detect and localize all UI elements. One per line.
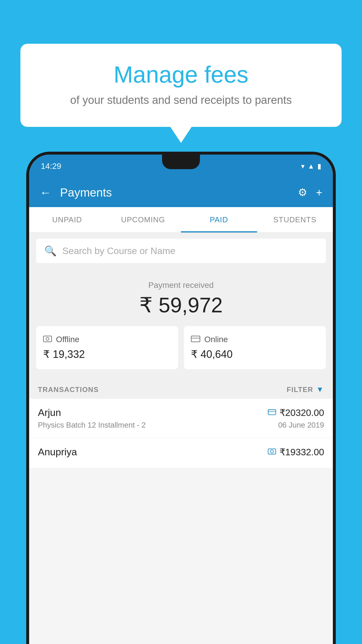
settings-button[interactable]: ⚙ [298,186,307,199]
status-icons: ▾ ▲ ▮ [301,162,321,170]
svg-point-7 [270,450,273,453]
app-bar: ← Payments ⚙ + [29,178,333,207]
transaction-item[interactable]: Anupriya ₹19332.00 [29,438,333,468]
cash-icon [43,335,52,344]
filter-icon: ▼ [316,385,324,394]
search-placeholder: Search by Course or Name [62,246,175,256]
app-bar-title: Payments [60,186,289,199]
cash-payment-icon [268,447,276,456]
payment-total-amount: ₹ 59,972 [36,293,326,317]
transaction-desc: Physics Batch 12 Installment - 2 [38,421,146,430]
svg-point-1 [46,337,49,340]
battery-icon: ▮ [317,162,321,170]
phone-inner: 14:29 ▾ ▲ ▮ ← Payments ⚙ + UNPAID UPCOMI… [29,155,333,644]
phone-mockup: 14:29 ▾ ▲ ▮ ← Payments ⚙ + UNPAID UPCOMI… [26,152,336,644]
transaction-amount-row: ₹20320.00 [268,407,324,418]
search-icon: 🔍 [44,245,57,257]
status-bar: 14:29 ▾ ▲ ▮ [29,155,333,178]
bubble-title: Manage fees [44,61,318,88]
svg-rect-3 [191,337,200,339]
transaction-date: 06 June 2019 [278,421,324,430]
card-payment-icon [268,408,276,417]
svg-rect-0 [43,336,52,342]
transaction-amount: ₹19332.00 [280,447,324,458]
online-payment-card: Online ₹ 40,640 [184,326,326,369]
offline-amount: ₹ 19,332 [43,348,171,360]
status-time: 14:29 [41,162,61,171]
speech-bubble: Manage fees of your students and send re… [20,44,342,127]
transaction-row1: Arjun ₹20320.00 [38,407,324,418]
transaction-amount-row: ₹19332.00 [268,447,324,458]
back-button[interactable]: ← [40,186,51,199]
tabs-container: UNPAID UPCOMING PAID STUDENTS [29,207,333,233]
online-amount: ₹ 40,640 [191,348,319,360]
bubble-subtitle: of your students and send receipts to pa… [44,94,318,106]
card-icon [191,335,200,344]
offline-payment-card: Offline ₹ 19,332 [36,326,178,369]
payment-summary: Payment received ₹ 59,972 [29,269,333,378]
tab-students[interactable]: STUDENTS [257,207,333,232]
svg-rect-5 [268,411,276,412]
transaction-row2: Physics Batch 12 Installment - 2 06 June… [38,421,324,430]
transaction-row1: Anupriya ₹19332.00 [38,446,324,458]
phone-notch [162,155,200,169]
online-label: Online [204,335,228,344]
offline-card-header: Offline [43,335,171,344]
signal-icon: ▲ [307,162,314,170]
transactions-label: TRANSACTIONS [38,386,99,394]
payment-received-label: Payment received [36,281,326,290]
tab-upcoming[interactable]: UPCOMING [105,207,181,232]
filter-button[interactable]: FILTER ▼ [287,385,324,394]
add-button[interactable]: + [316,186,322,199]
filter-label: FILTER [287,386,313,394]
offline-label: Offline [56,335,79,344]
transaction-name: Arjun [38,407,61,418]
speech-bubble-container: Manage fees of your students and send re… [20,44,342,127]
payment-cards: Offline ₹ 19,332 [36,326,326,369]
transaction-name: Anupriya [38,446,77,458]
tab-unpaid[interactable]: UNPAID [29,207,105,232]
transaction-item[interactable]: Arjun ₹20320.00 Physics Batch 12 Install… [29,399,333,438]
tab-paid[interactable]: PAID [181,207,257,232]
app-bar-actions: ⚙ + [298,186,322,199]
transaction-amount: ₹20320.00 [280,407,324,418]
search-bar[interactable]: 🔍 Search by Course or Name [36,239,326,263]
online-card-header: Online [191,335,319,344]
transactions-header: TRANSACTIONS FILTER ▼ [29,378,333,399]
svg-rect-6 [268,449,276,454]
content-area: 🔍 Search by Course or Name Payment recei… [29,233,333,468]
wifi-icon: ▾ [301,162,305,170]
